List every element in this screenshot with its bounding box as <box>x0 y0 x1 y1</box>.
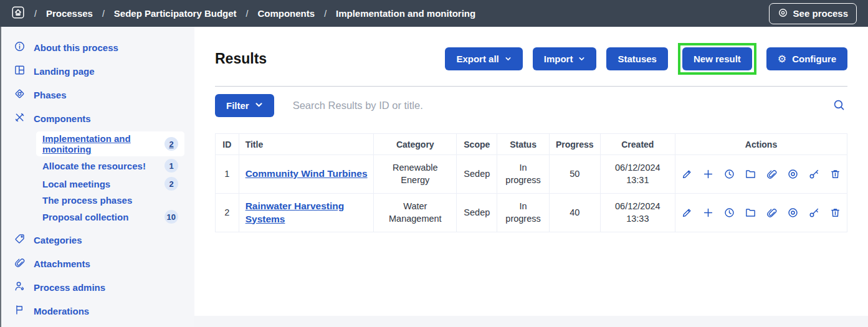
header-category: Category <box>374 134 457 155</box>
subnav-item-label: Local meetings <box>42 179 110 189</box>
chevron-down-icon <box>505 54 512 64</box>
components-subnav: Implementation and monitoring 2 Allocate… <box>36 131 184 225</box>
sidebar-item-label: About this process <box>34 42 118 53</box>
edit-icon[interactable] <box>680 206 694 219</box>
sidebar-item-process-admins[interactable]: Process admins <box>1 275 194 299</box>
statuses-button[interactable]: Statuses <box>606 47 668 70</box>
table-row: 2 Rainwater Harvesting Systems Water Man… <box>216 194 847 232</box>
eye-circle-icon <box>778 7 788 20</box>
history-clock-icon[interactable] <box>723 168 736 181</box>
tag-icon <box>14 233 26 247</box>
cell-category: Renewable Energy <box>374 155 457 194</box>
tools-icon <box>14 111 26 125</box>
sidebar-item-about[interactable]: About this process <box>1 36 194 59</box>
subnav-item-the-process-phases[interactable]: The process phases <box>36 193 184 207</box>
export-all-button[interactable]: Export all <box>445 47 522 70</box>
results-table: ID Title Category Scope Status Progress … <box>215 133 847 232</box>
edit-icon[interactable] <box>680 168 694 181</box>
preview-eye-icon[interactable] <box>786 206 799 219</box>
sidebar-item-phases[interactable]: Phases <box>1 83 194 107</box>
gear-icon: ⚙ <box>778 54 786 64</box>
sidebar-item-landing-page[interactable]: Landing page <box>1 59 194 83</box>
breadcrumb-separator: / <box>34 9 37 19</box>
see-process-button[interactable]: See process <box>769 3 857 24</box>
breadcrumb-process-name[interactable]: Sedep Participatory Budget <box>114 8 237 19</box>
preview-eye-icon[interactable] <box>786 168 799 181</box>
filter-label: Filter <box>226 100 249 111</box>
search-icon <box>832 98 846 113</box>
info-icon <box>14 40 26 54</box>
configure-button[interactable]: ⚙ Configure <box>766 47 847 70</box>
cell-status: In progress <box>497 194 550 232</box>
breadcrumb-current-component[interactable]: Implementation and monitoring <box>336 8 475 19</box>
page-title: Results <box>215 50 267 67</box>
cell-progress: 40 <box>549 194 600 232</box>
folder-icon[interactable] <box>744 168 757 181</box>
sidebar-item-components[interactable]: Components <box>1 107 194 130</box>
subnav-item-label: Implementation and monitoring <box>42 133 160 154</box>
search-input[interactable] <box>293 100 831 111</box>
sidebar-item-moderations[interactable]: Moderations <box>1 299 194 323</box>
process-sidebar: About this process Landing page Phases <box>1 27 194 327</box>
home-icon <box>11 6 25 22</box>
delete-trash-icon[interactable] <box>829 206 842 219</box>
header-scope: Scope <box>457 134 497 155</box>
user-gear-icon <box>14 280 26 294</box>
breadcrumb-processes[interactable]: Processes <box>46 8 93 19</box>
subnav-item-local-meetings[interactable]: Local meetings 2 <box>36 175 184 192</box>
new-result-label: New result <box>694 54 741 64</box>
add-icon[interactable] <box>702 168 715 181</box>
header-progress: Progress <box>549 134 600 155</box>
count-badge: 1 <box>165 159 178 173</box>
result-title-link[interactable]: Rainwater Harvesting Systems <box>246 201 345 224</box>
permissions-key-icon[interactable] <box>808 206 821 219</box>
table-header-row: ID Title Category Scope Status Progress … <box>216 134 847 155</box>
folder-icon[interactable] <box>744 206 757 219</box>
import-label: Import <box>544 54 573 64</box>
sidebar-item-label: Landing page <box>34 66 95 77</box>
chevron-down-icon <box>578 54 585 64</box>
history-clock-icon[interactable] <box>723 206 736 219</box>
attachment-paperclip-icon[interactable] <box>765 168 778 181</box>
cell-scope: Sedep <box>457 194 497 232</box>
new-result-button[interactable]: New result <box>682 47 752 70</box>
sidebar-item-label: Process admins <box>34 282 105 293</box>
search-submit-button[interactable] <box>831 97 847 115</box>
filter-button[interactable]: Filter <box>215 94 274 117</box>
sidebar-item-label: Moderations <box>34 306 89 316</box>
header-actions: Actions <box>675 134 847 155</box>
breadcrumb-separator: / <box>324 9 327 19</box>
cell-created: 06/12/2024 13:33 <box>600 194 675 232</box>
result-title-link[interactable]: Community Wind Turbines <box>246 168 368 179</box>
subnav-item-allocate-the-resources[interactable]: Allocate the resources! 1 <box>36 157 184 174</box>
cell-scope: Sedep <box>457 155 497 194</box>
cell-created: 06/12/2024 13:31 <box>600 155 675 194</box>
subnav-item-label: Allocate the resources! <box>42 161 146 171</box>
results-panel: Results Export all Import Statuses <box>194 27 868 316</box>
delete-trash-icon[interactable] <box>829 168 842 181</box>
flag-icon <box>14 304 26 318</box>
count-badge: 2 <box>165 177 178 191</box>
sidebar-item-label: Categories <box>34 235 82 245</box>
table-row: 1 Community Wind Turbines Renewable Ener… <box>216 155 847 194</box>
sidebar-item-label: Components <box>34 113 91 124</box>
statuses-label: Statuses <box>618 54 657 64</box>
home-breadcrumb-link[interactable] <box>11 6 25 22</box>
attachment-paperclip-icon[interactable] <box>765 206 778 219</box>
header-status: Status <box>497 134 550 155</box>
subnav-item-label: Proposal collection <box>42 212 128 222</box>
subnav-item-implementation-and-monitoring[interactable]: Implementation and monitoring 2 <box>36 131 184 156</box>
add-icon[interactable] <box>702 206 715 219</box>
toolbar: Export all Import Statuses New re <box>445 43 847 75</box>
subnav-item-proposal-collection[interactable]: Proposal collection 10 <box>36 208 184 225</box>
sidebar-item-categories[interactable]: Categories <box>1 228 194 252</box>
import-button[interactable]: Import <box>533 47 597 70</box>
header-created: Created <box>600 134 675 155</box>
breadcrumb-components[interactable]: Components <box>257 8 315 19</box>
count-badge: 2 <box>165 137 178 151</box>
sidebar-item-attachments[interactable]: Attachments <box>1 252 194 275</box>
cell-id: 1 <box>216 155 239 194</box>
layout-grid-icon <box>14 64 26 78</box>
chevron-down-icon <box>255 100 263 111</box>
permissions-key-icon[interactable] <box>808 168 821 181</box>
